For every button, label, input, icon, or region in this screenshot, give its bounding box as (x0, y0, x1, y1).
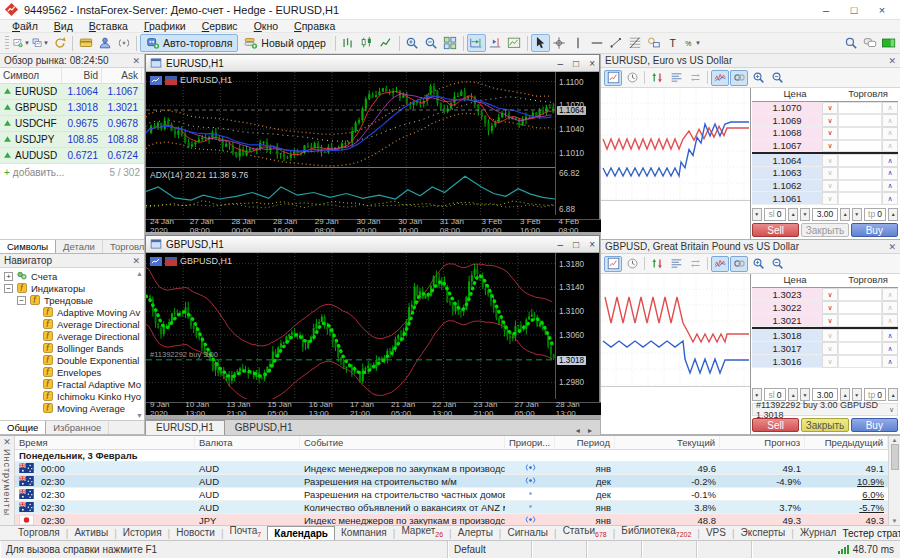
ladder-row[interactable]: 1.1061∨∧ (752, 192, 898, 205)
chat-button[interactable] (860, 34, 879, 52)
arrow-down-icon[interactable]: ∨ (822, 192, 838, 205)
profiles-button[interactable]: ▼ (31, 34, 50, 52)
buy-arrow-icon[interactable]: ∧ (882, 329, 898, 342)
chart-tab-0[interactable]: EURUSD,H1 (145, 420, 225, 435)
ladder-row[interactable]: 1.1067∨∧ (752, 140, 898, 153)
bottom-tab-алерты[interactable]: Алерты (452, 526, 499, 540)
zoom-out-button[interactable] (768, 256, 786, 272)
market-row-usdchf[interactable]: USDCHF0.96750.9678 (0, 116, 144, 132)
tile-button[interactable] (441, 34, 460, 52)
time-axis[interactable]: 9 Jan 202010 Jan 13:0013 Jan 21:0015 Jan… (146, 402, 601, 415)
dom-depth-button[interactable] (667, 70, 685, 86)
arrow-up-icon[interactable]: ∧ (882, 127, 898, 140)
price-axis[interactable]: 1.31801.31401.31001.30601.29801.3018 (555, 253, 599, 399)
volume-field[interactable]: 3.00 (812, 208, 839, 221)
maximize-icon[interactable]: □ (573, 58, 579, 69)
buy-arrow-icon[interactable]: ∧ (882, 167, 898, 180)
ladder-trade-cell[interactable] (838, 114, 882, 127)
calendar-col-6[interactable]: Прогноз (720, 436, 805, 449)
close-icon[interactable]: ✕ (132, 256, 140, 266)
ladder-trade-cell[interactable] (838, 192, 882, 205)
sell-button[interactable]: Sell (752, 418, 799, 432)
close-button[interactable]: Закрыть (801, 223, 848, 237)
ladder-row[interactable]: 1.3018∨∧ (752, 329, 898, 342)
sell-arrow-icon[interactable]: ∨ (822, 301, 838, 314)
candles-button[interactable] (358, 34, 377, 52)
cursor-button[interactable] (531, 34, 550, 52)
bottom-tab-новости[interactable]: Новости (170, 526, 221, 540)
one-click-trading-icon[interactable] (150, 76, 162, 85)
ladder-row[interactable]: 1.3021∨∧ (752, 314, 898, 327)
menu-item-3[interactable]: Графики (136, 20, 194, 32)
sell-arrow-icon[interactable]: ∨ (822, 140, 838, 153)
arrow-down-icon[interactable]: ∨ (822, 355, 838, 368)
navigator-item-9[interactable]: fFractal Adaptive Mo (0, 378, 144, 390)
maximize-button[interactable]: □ (840, 1, 868, 19)
calendar-col-7[interactable]: Предыдущий (805, 436, 888, 449)
volume-decrement[interactable]: ▼ (800, 208, 810, 221)
sell-arrow-icon[interactable]: ∨ (822, 102, 838, 115)
mw-col-bid[interactable]: Bid (62, 68, 102, 83)
arrow-up-icon[interactable]: ∧ (882, 102, 898, 115)
chart-shift-button[interactable] (486, 34, 505, 52)
bars-button[interactable] (339, 34, 358, 52)
calendar-col-3[interactable]: Приори... (505, 436, 555, 449)
search-button[interactable] (841, 34, 860, 52)
new-chart-button[interactable]: ▼ (12, 34, 31, 52)
templates-button[interactable] (505, 34, 524, 52)
stop-loss-increment[interactable]: ▲ (788, 208, 798, 221)
crosshair-button[interactable] (550, 34, 569, 52)
bottom-tab-компания[interactable]: Компания (335, 526, 393, 540)
ladder-row[interactable]: 1.1070∨∧ (752, 102, 898, 115)
dom-rings-button[interactable] (730, 256, 748, 272)
chart-window-titlebar[interactable]: EURUSD,H1–□× (146, 55, 599, 72)
market-watch-tab-0[interactable]: Символы (0, 240, 56, 253)
buy-arrow-icon[interactable]: ∧ (882, 355, 898, 368)
maximize-icon[interactable]: □ (573, 239, 579, 250)
minimize-button[interactable]: – (812, 1, 840, 19)
ladder-trade-cell[interactable] (838, 342, 882, 355)
ladder-trade-cell[interactable] (838, 314, 882, 327)
ladder-trade-cell[interactable] (838, 127, 882, 140)
navigator-item-10[interactable]: fIchimoku Kinko Hyo (0, 390, 144, 402)
tab-scroll-arrows[interactable]: ◂ ▸ (576, 426, 600, 435)
ladder-row[interactable]: 1.1068∨∧ (752, 127, 898, 140)
ladder-row[interactable]: 1.3017∨∧ (752, 342, 898, 355)
zoom-out-button[interactable] (422, 34, 441, 52)
payments-button[interactable] (76, 34, 95, 52)
arrow-down-icon[interactable]: ∨ (822, 180, 838, 193)
zoom-in-button[interactable] (749, 70, 767, 86)
broadcast-button[interactable] (114, 34, 133, 52)
zoom-in-button[interactable] (403, 34, 422, 52)
dom-updown-button[interactable] (648, 70, 666, 86)
menu-item-4[interactable]: Сервис (194, 20, 246, 32)
calendar-col-2[interactable]: Событие (300, 436, 505, 449)
market-watch-tab-1[interactable]: Детали (56, 240, 103, 253)
navigator-item-5[interactable]: fAverage Directional (0, 330, 144, 342)
volume-increment[interactable]: ▲ (840, 208, 850, 221)
ladder-row[interactable]: 1.1069∨∧ (752, 114, 898, 127)
menu-item-0[interactable]: Файл (4, 20, 46, 32)
ladder-row[interactable]: 1.3016∨∧ (752, 355, 898, 368)
navigator-item-0[interactable]: +Счета (0, 270, 144, 282)
calendar-scrollbar[interactable]: ▲▼ (888, 436, 900, 525)
navigator-item-7[interactable]: fDouble Exponential (0, 354, 144, 366)
navigator-item-2[interactable]: −fТрендовые (0, 294, 144, 306)
chart-window-gbpusd-h1[interactable]: GBPUSD,H1–□×#11392292 buy 3.00GBPUSD,H11… (145, 235, 600, 415)
dom-chart-button[interactable] (604, 70, 622, 86)
bottom-tab-сигналы[interactable]: Сигналы (501, 526, 554, 540)
scroll-up-icon[interactable]: ▲ (136, 270, 143, 277)
close-icon[interactable]: ✕ (888, 242, 896, 252)
zoom-out-button[interactable] (768, 70, 786, 86)
objects-button[interactable] (645, 34, 664, 52)
bottom-tab-торговля[interactable]: Торговля (12, 526, 66, 540)
bottom-tab-календарь[interactable]: Календарь (267, 526, 335, 541)
calendar-row-1[interactable]: 02:30AUDРазрешения на строительство м/мд… (15, 475, 888, 488)
market-row-gbpusd[interactable]: GBPUSD1.30181.3021 (0, 100, 144, 116)
ladder-trade-cell[interactable] (838, 180, 882, 193)
sell-arrow-icon[interactable]: ∨ (822, 114, 838, 127)
connection-button[interactable] (879, 34, 898, 52)
dom-transfer-button[interactable] (686, 256, 704, 272)
chart-window-eurusd-h1[interactable]: EURUSD,H1–□×EURUSD,H1ADX(14) 20.21 11.38… (145, 54, 600, 232)
calendar-row-3[interactable]: 02:30AUDКоличество объявлений о вакансия… (15, 501, 888, 514)
